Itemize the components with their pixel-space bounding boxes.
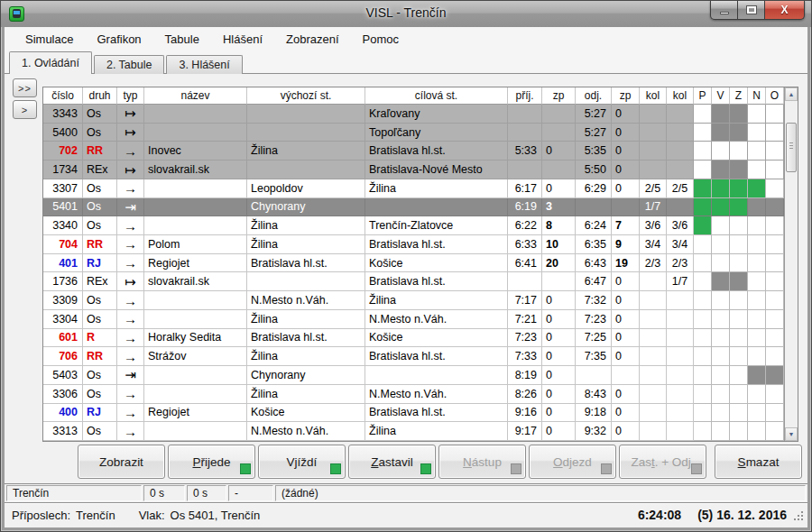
step-button[interactable]: > [13, 100, 37, 119]
cell-flag-p [694, 254, 712, 273]
typ-through-icon: → [124, 331, 137, 344]
scroll-up-button[interactable]: ▲ [785, 87, 798, 101]
train-row-400[interactable]: 400RJ→RegiojetKošiceBratislava hl.st.9:1… [43, 404, 784, 423]
scrollbar-thumb[interactable] [786, 123, 797, 172]
cell-cislo: 601 [43, 329, 83, 348]
cell-kol-1 [640, 404, 667, 423]
cell-odj: 5:27 [576, 105, 612, 124]
scroll-down-button[interactable]: ▼ [785, 427, 798, 441]
train-row-3309[interactable]: 3309Os→N.Mesto n.Váh.Žilina7:1707:320 [43, 291, 784, 310]
menu-hlaseni[interactable]: Hlášení [211, 29, 274, 50]
train-row-3313[interactable]: 3313Os→N.Mesto n.Váh.Žilina9:1709:320 [43, 422, 784, 441]
cell-prij: 6:33 [508, 235, 542, 254]
train-row-3340[interactable]: 3340Os→ŽilinaTrenčín-Zlatovce6:2286:2473… [43, 216, 784, 235]
close-button[interactable]: X [764, 1, 805, 20]
sim-date: (5) 16. 12. 2016 [697, 508, 787, 522]
button-smazat[interactable]: Smazat [715, 445, 802, 479]
priposlech-value: Trenčín [76, 509, 115, 522]
status-cell-3: 0 s [187, 485, 226, 501]
button-odjezd[interactable]: Odjezd [529, 445, 616, 479]
button-nastup[interactable]: Nástup [438, 445, 526, 479]
cell-odj-zp: 0 [612, 329, 640, 348]
cell-flag-p [694, 329, 712, 348]
title-bar[interactable]: VISL - Trenčín X [1, 1, 811, 27]
cell-flag-v [712, 404, 730, 423]
cell-kol-1 [640, 385, 667, 404]
restore-button[interactable] [738, 1, 764, 20]
green-status-indicator [240, 463, 251, 474]
tab-3-hlaseni[interactable]: 3. Hlášení [166, 55, 242, 74]
scroll-up-icon: ▲ [789, 91, 795, 97]
menu-tabule[interactable]: Tabule [153, 29, 211, 50]
train-row-601[interactable]: 601R→Horalky SeditaBratislava hl.st.Koši… [43, 329, 784, 348]
cell-flag-p [694, 179, 712, 198]
column-header-cilova-st-5: cílová st. [365, 87, 508, 105]
cell-flag-z [730, 291, 748, 310]
train-row-704[interactable]: 704RR→PolomŽilinaBratislava hl.st.6:3310… [43, 235, 784, 254]
train-grid: číslodruhtypnázevvýchozí st.cílová st.př… [43, 87, 784, 441]
cell-cislo: 5403 [43, 366, 83, 385]
train-row-706[interactable]: 706RR→StrážovŽilinaBratislava hl.st.7:33… [43, 347, 784, 366]
cell-cilova-st: Bratislava hl.st. [365, 404, 508, 423]
button-vjizdi[interactable]: Vjíždí [258, 445, 346, 479]
cell-druh: Os [83, 216, 117, 235]
menu-zobrazeni[interactable]: Zobrazení [274, 29, 351, 50]
train-row-5401[interactable]: 5401Os⇥Chynorany6:1931/7 [43, 198, 784, 217]
cell-typ: ⇥ [117, 366, 144, 385]
cell-cilova-st: Žilina [365, 422, 508, 441]
cell-flag-o [766, 385, 784, 404]
cell-vychozi-st: Žilina [247, 385, 365, 404]
typ-through-icon: → [124, 387, 137, 400]
column-header-prij-6: příj. [508, 87, 542, 105]
train-row-5403[interactable]: 5403Os⇥Chynorany8:190 [43, 366, 784, 385]
train-row-3306[interactable]: 3306Os→ŽilinaN.Mesto n.Váh.8:2608:430 [43, 385, 784, 404]
table-scrollbar[interactable]: ▲ ▼ [784, 87, 798, 441]
train-row-3343[interactable]: 3343Os↦Kraľovany5:270 [43, 105, 784, 124]
button-label: Zobrazit [99, 455, 143, 469]
button-prijede[interactable]: Přijede [168, 445, 255, 479]
typ-start-icon: ↦ [125, 106, 136, 120]
cell-druh: Os [83, 124, 117, 142]
cell-flag-z [730, 235, 748, 254]
button-zast-odj[interactable]: Zast. + Odj. [619, 445, 706, 479]
button-label: djezd [563, 455, 592, 469]
resize-grip[interactable] [794, 512, 804, 522]
footer-bar: Příposlech: Trenčín Vlak: Os 5401, Trenč… [5, 502, 807, 527]
expand-all-button[interactable]: >> [13, 78, 37, 97]
button-zobrazit[interactable]: Zobrazit [78, 445, 165, 479]
cell-kol-2 [667, 422, 694, 441]
minimize-button[interactable] [710, 1, 738, 20]
train-row-3307[interactable]: 3307Os→LeopoldovŽilina6:1706:2902/52/5 [43, 179, 784, 198]
cell-prij-zp: 0 [542, 385, 576, 404]
menu-grafikon[interactable]: Grafikon [85, 29, 152, 50]
cell-vychozi-st: Chynorany [247, 198, 365, 217]
cell-flag-n [748, 216, 766, 235]
typ-start-icon: ↦ [125, 125, 136, 139]
cell-flag-z [730, 124, 748, 142]
cell-flag-z [730, 216, 748, 235]
cell-cilova-st: Bratislava hl.st. [365, 347, 508, 366]
cell-kol-2: 3/6 [667, 216, 694, 235]
tab-2-tabule[interactable]: 2. Tabule [94, 55, 165, 74]
cell-flag-v [712, 105, 730, 124]
gray-status-indicator [511, 463, 521, 474]
cell-odj-zp: 19 [612, 254, 640, 273]
button-zastavil[interactable]: Zastavil [348, 445, 436, 479]
train-row-401[interactable]: 401RJ→RegiojetBratislava hl.st.Košice6:4… [43, 254, 784, 273]
cell-kol-2 [667, 105, 694, 124]
cell-nazev [144, 124, 247, 142]
cell-prij: 5:33 [508, 142, 542, 161]
menu-simulace[interactable]: Simulace [14, 29, 85, 50]
train-row-3304[interactable]: 3304Os→ŽilinaN.Mesto n.Váh.7:2107:230 [43, 310, 784, 329]
tab-1-ovladani[interactable]: 1. Ovládání [9, 51, 92, 74]
cell-flag-z [730, 422, 748, 441]
cell-odj: 6:47 [576, 272, 612, 291]
cell-flag-n [748, 142, 766, 161]
train-row-1734[interactable]: 1734REx↦slovakrail.skBratislava-Nové Mes… [43, 161, 784, 179]
cell-nazev [144, 310, 247, 329]
train-row-5400[interactable]: 5400Os↦Topoľčany5:270 [43, 124, 784, 142]
train-row-1736[interactable]: 1736REx↦slovakrail.skBratislava hl.st.6:… [43, 272, 784, 291]
train-row-702[interactable]: 702RR→InovecŽilinaBratislava hl.st.5:330… [43, 142, 784, 161]
menu-pomoc[interactable]: Pomoc [351, 29, 411, 50]
cell-odj: 5:50 [576, 161, 612, 179]
